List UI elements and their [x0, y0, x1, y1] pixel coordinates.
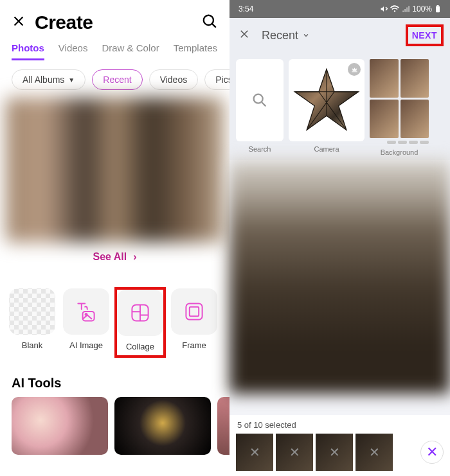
tool-blank[interactable]: Blank	[8, 288, 57, 357]
tab-photos[interactable]: Photos	[12, 42, 44, 60]
tool-label: Frame	[182, 340, 206, 350]
collage-icon	[129, 301, 152, 324]
template-label: Camera	[314, 145, 339, 153]
close-icon[interactable]	[239, 28, 250, 42]
template-card	[289, 59, 364, 141]
svg-rect-6	[436, 6, 440, 13]
chip-videos[interactable]: Videos	[149, 69, 199, 90]
ai-image-card	[63, 288, 109, 335]
album-dropdown[interactable]: Recent	[262, 29, 310, 42]
svg-point-8	[254, 94, 263, 103]
mute-icon	[380, 5, 388, 13]
header: Create	[0, 0, 230, 40]
photo-grid[interactable]	[230, 160, 450, 394]
selection-count: 5 of 10 selected	[236, 419, 444, 434]
battery-icon	[435, 5, 441, 13]
tool-label: Collage	[126, 342, 154, 351]
close-icon[interactable]	[12, 14, 26, 31]
background-grid	[370, 59, 429, 138]
tool-frame[interactable]: Frame	[170, 288, 219, 357]
see-all-label: See All	[93, 251, 127, 263]
battery-text: 100%	[412, 4, 432, 13]
next-button-highlight: NEXT	[408, 27, 441, 44]
search-icon	[251, 91, 269, 109]
ai-tool-card[interactable]	[12, 397, 108, 455]
chip-picsart[interactable]: Picsart	[204, 69, 230, 90]
chip-recent[interactable]: Recent	[92, 69, 142, 90]
album-title: Recent	[262, 29, 298, 42]
blank-card	[9, 288, 55, 335]
collage-card	[117, 290, 163, 336]
picker-screen: 3:54 100% Recent NEXT Search	[230, 0, 450, 476]
svg-rect-5	[190, 307, 199, 316]
chevron-right-icon: ›	[133, 251, 136, 263]
template-label: Search	[249, 145, 271, 153]
chevron-down-icon	[302, 31, 310, 39]
close-icon: ✕	[426, 444, 438, 461]
template-background[interactable]: Background	[370, 59, 429, 156]
remove-icon[interactable]: ✕	[356, 434, 393, 471]
svg-rect-7	[437, 5, 439, 6]
chip-all-albums[interactable]: All Albums ▼	[12, 69, 86, 90]
remove-icon[interactable]: ✕	[236, 434, 273, 471]
frame-icon	[183, 300, 206, 323]
filter-chips: All Albums ▼ Recent Videos Picsart	[0, 60, 230, 98]
dots-indicator	[370, 141, 429, 145]
premium-badge-icon	[348, 63, 361, 76]
status-time: 3:54	[239, 4, 253, 13]
remove-icon[interactable]: ✕	[276, 434, 313, 471]
ai-tools-title: AI Tools	[0, 362, 230, 397]
tabs: Photos Videos Draw & Color Templates	[0, 40, 230, 60]
selection-footer: 5 of 10 selected ✕ ✕ ✕ ✕ ✕	[230, 415, 450, 476]
signal-icon	[402, 5, 410, 13]
picker-header-left: Recent	[239, 28, 310, 42]
ai-image-icon	[75, 300, 98, 323]
header-left: Create	[12, 12, 93, 33]
frame-card	[171, 288, 217, 335]
search-icon[interactable]	[201, 13, 218, 32]
tab-videos[interactable]: Videos	[59, 42, 88, 60]
chip-label: All Albums	[22, 75, 64, 85]
clear-selection-button[interactable]: ✕	[420, 441, 444, 464]
create-screen: Create Photos Videos Draw & Color Templa…	[0, 0, 230, 476]
selected-thumb[interactable]: ✕	[356, 434, 393, 471]
tool-collage[interactable]: Collage	[116, 288, 165, 357]
selected-thumb[interactable]: ✕	[276, 434, 313, 471]
tool-label: AI Image	[69, 340, 103, 350]
star-collage-icon	[291, 65, 362, 136]
selected-thumb[interactable]: ✕	[316, 434, 353, 471]
see-all-link[interactable]: See All ›	[93, 251, 136, 263]
template-row: Search Camera	[230, 53, 450, 160]
page-title: Create	[35, 12, 93, 33]
status-icons: 100%	[380, 4, 441, 13]
next-button[interactable]: NEXT	[412, 30, 437, 40]
ai-tool-card[interactable]	[114, 397, 211, 455]
picker-header: Recent NEXT	[230, 18, 450, 53]
selected-thumb[interactable]: ✕	[236, 434, 273, 471]
tab-draw-color[interactable]: Draw & Color	[102, 42, 159, 60]
wifi-icon	[390, 5, 399, 13]
create-tools: Blank AI Image Collage	[0, 269, 230, 362]
tool-ai-image[interactable]: AI Image	[62, 288, 111, 357]
template-label: Background	[381, 148, 419, 156]
svg-rect-4	[186, 303, 202, 319]
selected-thumbnails: ✕ ✕ ✕ ✕ ✕	[236, 434, 444, 471]
see-all-row: See All ›	[0, 242, 230, 269]
photo-grid-preview[interactable]	[6, 98, 224, 242]
svg-point-0	[204, 15, 213, 25]
template-camera[interactable]: Camera	[289, 59, 364, 156]
status-bar: 3:54 100%	[230, 0, 450, 18]
template-card	[370, 59, 429, 145]
ai-tools-row	[0, 397, 230, 455]
template-search[interactable]: Search	[236, 59, 284, 156]
chevron-down-icon: ▼	[68, 76, 75, 84]
tool-label: Blank	[22, 340, 43, 350]
tab-templates[interactable]: Templates	[174, 42, 217, 60]
remove-icon[interactable]: ✕	[316, 434, 353, 471]
template-card	[236, 59, 284, 141]
